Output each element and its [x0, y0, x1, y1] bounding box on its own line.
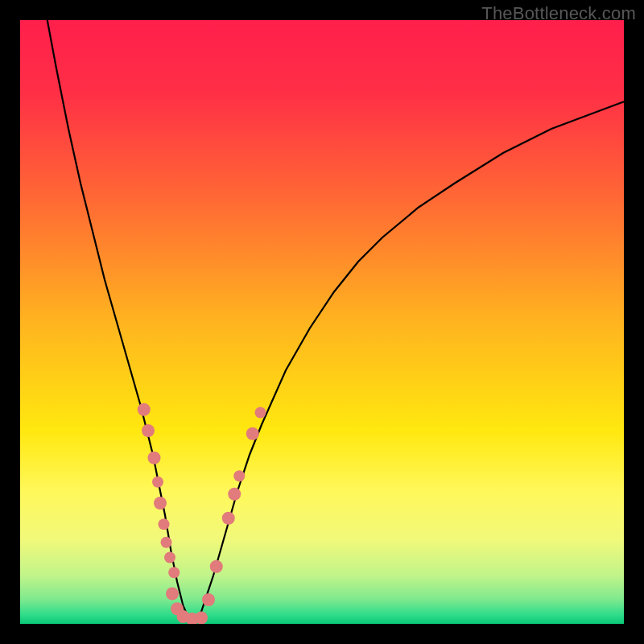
- data-marker: [148, 452, 161, 464]
- data-marker: [228, 488, 241, 501]
- data-marker: [255, 407, 266, 419]
- data-marker: [164, 552, 175, 564]
- frame: TheBottleneck.com: [0, 0, 644, 644]
- data-marker: [159, 518, 170, 530]
- data-marker: [202, 593, 215, 606]
- data-marker: [246, 427, 259, 440]
- plot-area: [20, 20, 624, 624]
- v-curve-right: [196, 101, 625, 619]
- data-marker: [168, 567, 180, 578]
- curve-layer: [20, 20, 624, 624]
- data-marker: [222, 512, 235, 525]
- data-marker: [152, 477, 163, 488]
- v-curve-left: [47, 20, 189, 619]
- data-marker: [154, 497, 167, 510]
- data-marker: [138, 403, 151, 416]
- data-marker: [161, 537, 172, 548]
- data-marker: [233, 470, 245, 481]
- marker-group: [138, 403, 266, 624]
- data-marker: [142, 424, 155, 437]
- data-marker: [195, 612, 208, 625]
- data-marker: [210, 560, 223, 573]
- data-marker: [166, 588, 179, 601]
